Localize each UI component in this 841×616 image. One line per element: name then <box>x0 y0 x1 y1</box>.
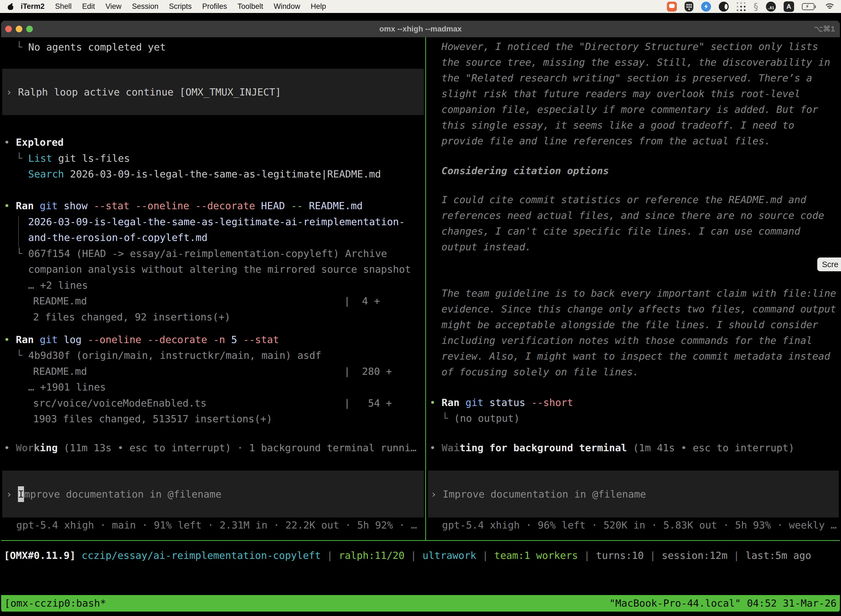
prompt-input-left[interactable]: › Improve documentation in @filename <box>2 471 424 518</box>
diff-stat-line: README.md | 4 + <box>33 293 380 309</box>
reasoning-line: provide file and line references from th… <box>441 133 771 149</box>
waiting-status: • Waiting for background terminal (1m 41… <box>429 440 794 456</box>
omx-status-bar: [OMX#0.11.9] cczip/essay/ai-reimplementa… <box>4 547 811 563</box>
git-log-command: • Ran git log --oneline --decorate -n 5 … <box>4 332 279 348</box>
menu-item-scripts[interactable]: Scripts <box>164 0 197 13</box>
commit-summary-line: └ 4b9d30f (origin/main, instructkr/main,… <box>16 348 321 363</box>
tool-call-search: Search 2026-03-09-is-legal-the-same-as-l… <box>28 166 381 182</box>
dots-grid-icon[interactable] <box>736 2 746 11</box>
menu-bar: iTerm2 Shell Edit View Session Scripts P… <box>0 0 841 13</box>
prompt-input-right[interactable]: › Improve documentation in @filename <box>428 471 839 518</box>
reasoning-line: references need actual files, and since … <box>441 208 824 223</box>
battery-bolt-icon: ⚡ <box>806 3 809 9</box>
git-show-command: • Ran git show --stat --oneline --decora… <box>4 198 363 214</box>
diff-stat-line: src/voice/voiceModeEnabled.ts | 54 + <box>33 395 392 411</box>
minimize-button[interactable] <box>16 26 22 32</box>
truncated-lines-note: … +2 lines <box>28 277 88 293</box>
screen-indicator-tooltip[interactable]: Scre <box>817 258 841 271</box>
no-output-line: └ (no output) <box>442 411 520 426</box>
pane-border-horizontal <box>1 540 840 541</box>
tab-shortcut-label: ⌥⌘1 <box>814 21 835 37</box>
tree-connector <box>18 216 19 247</box>
chat-app-icon[interactable] <box>667 1 677 12</box>
tool-call-list: └ List git ls-files <box>16 150 130 166</box>
explored-header: • Explored <box>4 134 64 150</box>
reasoning-line: I could cite commit statistics or refere… <box>441 192 806 208</box>
commit-filename-line: 2026-03-09-is-legal-the-same-as-legitima… <box>28 214 405 230</box>
iterm-window: omx --xhigh --madmax ⌥⌘1 └ No agents com… <box>1 21 840 613</box>
truncated-lines-note: … +1901 lines <box>28 379 106 395</box>
blue-badge-icon[interactable] <box>701 1 711 12</box>
menu-item-help[interactable]: Help <box>305 0 331 13</box>
reasoning-line: including verification notes with those … <box>441 333 812 348</box>
shield-grid-icon[interactable] <box>684 1 693 12</box>
model-status-line: gpt-5.4 xhigh · 96% left · 520K in · 5.8… <box>442 517 837 533</box>
tmux-session-label: [omx-cczip0:bash* <box>4 595 106 612</box>
menu-item-profiles[interactable]: Profiles <box>197 0 232 13</box>
apple-menu-icon[interactable] <box>8 3 13 10</box>
reasoning-line: the source tree, missing the essay. Stil… <box>441 54 830 70</box>
diff-stat-line: 1903 files changed, 513517 insertions(+) <box>33 411 273 427</box>
reasoning-line: evidence. Since this change only affects… <box>441 301 836 317</box>
battery-icon[interactable]: ⚡ <box>802 3 817 10</box>
menu-item-view[interactable]: View <box>100 0 127 13</box>
ralph-inject-box: › Ralph loop active continue [OMX_TMUX_I… <box>2 69 424 115</box>
prompt-input-line: › Improve documentation in @filename <box>431 486 646 502</box>
menu-item-toolbelt[interactable]: Toolbelt <box>232 0 268 13</box>
reasoning-heading: Considering citation options <box>441 163 609 179</box>
reasoning-line: might be acceptable alongside the file l… <box>441 317 818 333</box>
wifi-icon[interactable] <box>825 3 835 10</box>
prompt-input-line: › Improve documentation in @filename <box>6 486 221 502</box>
agents-status-line: └ No agents completed yet <box>16 39 166 55</box>
reasoning-line: the "Related research writing" section i… <box>441 70 812 86</box>
pane-divider[interactable] <box>425 37 426 540</box>
title-bar[interactable]: omx --xhigh --madmax ⌥⌘1 <box>1 21 840 37</box>
reasoning-line: output instead. <box>441 239 531 255</box>
input-source-icon[interactable]: A <box>784 1 794 12</box>
reasoning-line: The team guideline is to back every impo… <box>441 285 836 301</box>
menu-item-edit[interactable]: Edit <box>77 0 100 13</box>
close-button[interactable] <box>5 26 12 32</box>
tmux-status-bar: [omx-cczip0:bash* "MacBook-Pro-44.local"… <box>1 595 840 612</box>
commit-summary-line: └ 067f154 (HEAD -> essay/ai-reimplementa… <box>16 246 387 261</box>
diff-stat-line: README.md | 280 + <box>33 364 392 379</box>
reasoning-line: companion file, especially if more comme… <box>441 101 818 117</box>
working-status: • Working (11m 13s • esc to interrupt) ·… <box>4 440 417 456</box>
timer-badge-icon[interactable]: ..61 <box>766 1 776 12</box>
ralph-inject-line: › Ralph loop active continue [OMX_TMUX_I… <box>6 84 281 100</box>
hook-icon[interactable]: § <box>753 1 758 12</box>
reasoning-line: review. Also, I might want to inspect th… <box>441 348 830 364</box>
menu-item-iterm2[interactable]: iTerm2 <box>15 0 50 13</box>
reasoning-line: However, I noticed the "Directory Struct… <box>441 39 818 54</box>
terminal-content: └ No agents completed yet › Ralph loop a… <box>1 37 840 613</box>
menu-item-shell[interactable]: Shell <box>50 0 77 13</box>
window-title: omx --xhigh --madmax <box>1 21 840 37</box>
menu-item-window[interactable]: Window <box>268 0 305 13</box>
commit-summary-line: companion analysis without altering the … <box>28 261 411 277</box>
git-status-command: • Ran git status --short <box>429 395 573 411</box>
text-cursor: I <box>18 486 24 502</box>
reasoning-line: changes, I can't cite specific file line… <box>441 223 800 239</box>
reasoning-line: slight risk that future readers may over… <box>441 86 800 101</box>
readme-link: README.md <box>728 194 782 205</box>
reasoning-line: of focusing solely on file lines. <box>441 364 639 380</box>
tmux-host-clock: "MacBook-Pro-44.local" 04:52 31-Mar-26 <box>609 595 837 612</box>
zoom-button[interactable] <box>26 26 33 32</box>
menu-item-session[interactable]: Session <box>127 0 164 13</box>
reasoning-line: this single essay, it seems like a good … <box>441 117 794 133</box>
dark-crescent-icon[interactable] <box>719 1 729 12</box>
diff-stat-line: 2 files changed, 92 insertions(+) <box>33 309 230 325</box>
commit-filename-line: and-the-erosion-of-copyleft.md <box>28 230 208 245</box>
menu-status-icons: § ..61 A ⚡ <box>667 1 835 12</box>
model-status-line: gpt-5.4 xhigh · main · 91% left · 2.31M … <box>16 517 417 533</box>
